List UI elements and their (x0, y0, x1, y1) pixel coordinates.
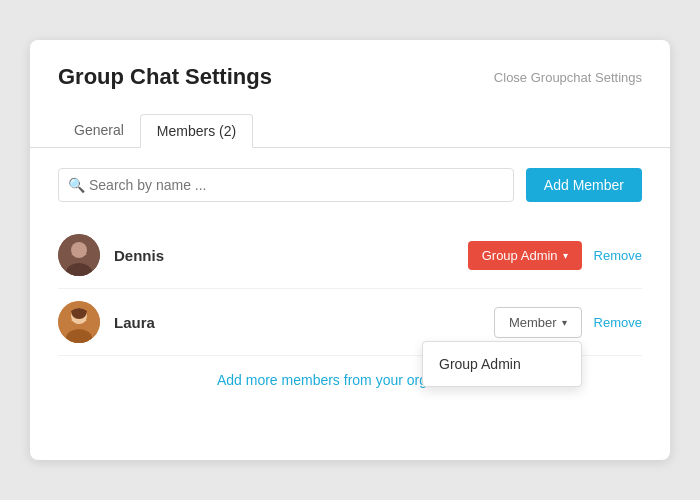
card-body: 🔍 Add Member Dennis Group Admin (30, 148, 670, 416)
member-actions-laura: Member ▾ Remove (494, 307, 642, 338)
avatar-laura (58, 301, 100, 343)
role-dropdown-menu: Group Admin (422, 341, 582, 387)
dropdown-item-group-admin[interactable]: Group Admin (423, 346, 581, 382)
search-icon: 🔍 (68, 177, 85, 193)
close-settings-link[interactable]: Close Groupchat Settings (494, 70, 642, 85)
member-row-dennis: Dennis Group Admin ▾ Remove (58, 222, 642, 289)
role-button-laura[interactable]: Member ▾ (494, 307, 582, 338)
settings-card: Group Chat Settings Close Groupchat Sett… (30, 40, 670, 460)
page-title: Group Chat Settings (58, 64, 272, 90)
tab-general[interactable]: General (58, 114, 140, 148)
caret-icon-dennis: ▾ (563, 250, 568, 261)
search-row: 🔍 Add Member (58, 168, 642, 202)
remove-link-dennis[interactable]: Remove (594, 248, 642, 263)
add-member-button[interactable]: Add Member (526, 168, 642, 202)
card-header: Group Chat Settings Close Groupchat Sett… (30, 40, 670, 90)
role-button-dennis[interactable]: Group Admin ▾ (468, 241, 582, 270)
avatar-dennis (58, 234, 100, 276)
caret-icon-laura: ▾ (562, 317, 567, 328)
search-wrapper: 🔍 (58, 168, 514, 202)
remove-link-laura[interactable]: Remove (594, 315, 642, 330)
tab-members[interactable]: Members (2) (140, 114, 253, 148)
member-name-dennis: Dennis (114, 247, 468, 264)
member-actions-dennis: Group Admin ▾ Remove (468, 241, 642, 270)
member-row-laura: Laura Member ▾ Remove Group Admin (58, 289, 642, 356)
tab-bar: General Members (2) (30, 98, 670, 148)
search-input[interactable] (58, 168, 514, 202)
member-name-laura: Laura (114, 314, 494, 331)
